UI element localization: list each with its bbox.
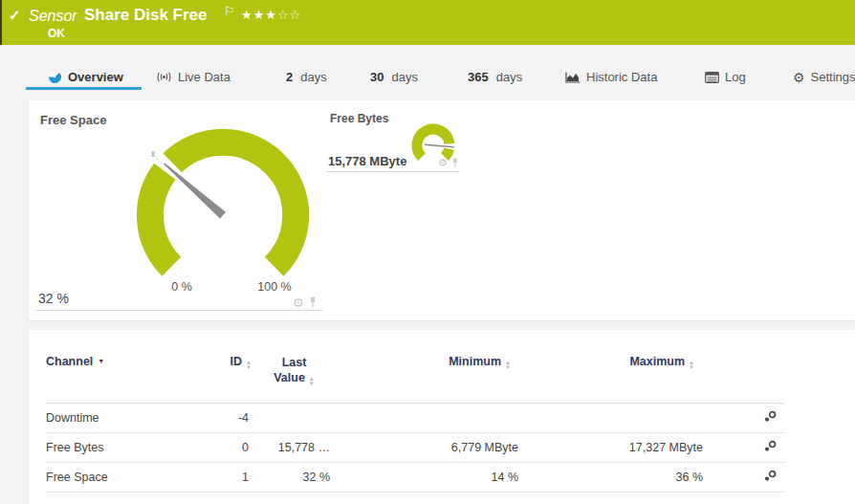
table-row-free-bytes[interactable]: Free Bytes 0 15,778 … 6,779 MByte 17,327… <box>46 432 784 462</box>
free-space-value: 32 % <box>38 291 69 306</box>
pin-icon[interactable] <box>450 158 459 168</box>
mini-gauge-needle <box>425 144 454 146</box>
channel-last-value: 32 % <box>253 462 335 492</box>
gauge-settings-gear-icon[interactable]: ⚙ <box>293 296 304 309</box>
tab-log[interactable]: Log <box>705 70 746 84</box>
tab-log-label: Log <box>725 70 746 84</box>
channel-minimum: 6,779 MByte <box>335 432 524 462</box>
channel-maximum: 17,327 MByte <box>524 432 708 462</box>
tab-30-days[interactable]: 30 days <box>370 70 418 84</box>
channel-minimum: 14 % <box>335 462 524 492</box>
channel-minimum <box>335 403 524 432</box>
sort-desc-icon: ▼ <box>98 358 104 364</box>
channel-last-value: 15,778 … <box>253 432 335 462</box>
column-header-id[interactable]: ID▲▼ <box>182 355 253 403</box>
tab-overview-label: Overview <box>68 70 123 84</box>
channel-id: 0 <box>182 432 253 462</box>
channel-maximum: 36 % <box>524 462 708 492</box>
sensor-title: Share Disk Free <box>84 6 208 25</box>
channel-table: Channel▼ ID▲▼ Last Value▲▼ Minimum▲▼ Max… <box>46 355 784 493</box>
channel-table-panel: Channel▼ ID▲▼ Last Value▲▼ Minimum▲▼ Max… <box>29 330 855 504</box>
channel-settings-icon[interactable] <box>764 470 777 482</box>
broadcast-icon <box>156 71 172 83</box>
priority-stars[interactable]: ★★★☆☆ <box>241 8 301 22</box>
average-marker: x̄ <box>151 149 156 159</box>
prtg-sensor-screen: ✓ Sensor Share Disk Free ⚐ ★★★☆☆ OK Over… <box>0 0 855 504</box>
free-space-gauge-tools: ⚙ <box>293 296 318 309</box>
overview-gauges-panel: Free Space x̄ 0 % 100 % 32 % ⚙ Free Byte… <box>29 100 855 320</box>
gauge-min-label: 0 % <box>161 280 203 294</box>
sort-icon: ▲▼ <box>309 377 315 385</box>
mini-gauge-cell-divider <box>326 171 459 172</box>
status-ok-check-icon: ✓ <box>9 7 21 24</box>
sort-icon: ▲▼ <box>246 361 252 369</box>
channel-settings-icon[interactable] <box>764 410 777 423</box>
column-header-channel-label: Channel <box>46 355 93 368</box>
free-space-gauge: x̄ <box>134 121 316 282</box>
tab-365-days-number: 365 <box>468 70 489 84</box>
gauge-arc-left <box>150 171 171 266</box>
sort-icon: ▲▼ <box>689 361 694 369</box>
tab-live-data-label: Live Data <box>178 70 230 84</box>
gauge-arc-right <box>172 142 296 267</box>
tab-30-days-label: days <box>391 70 417 84</box>
average-marker-line <box>157 159 164 164</box>
sensor-status-header: ✓ Sensor Share Disk Free ⚐ ★★★☆☆ OK <box>0 0 855 45</box>
log-list-icon <box>705 72 719 83</box>
flag-icon[interactable]: ⚐ <box>224 4 235 18</box>
channel-id: 1 <box>182 462 253 492</box>
tab-historic-data-label: Historic Data <box>586 70 657 84</box>
table-row-downtime[interactable]: Downtime -4 <box>46 403 784 432</box>
column-header-maximum-label: Maximum <box>629 355 685 368</box>
gauge-icon <box>48 70 62 84</box>
column-header-minimum[interactable]: Minimum▲▼ <box>335 355 524 403</box>
tab-settings-label: Settings <box>811 70 855 84</box>
channel-id: -4 <box>182 403 253 432</box>
tab-bar: Overview Live Data 2 days 30 days 365 da… <box>0 45 855 91</box>
gauge-cell-divider <box>35 310 322 311</box>
table-header-row: Channel▼ ID▲▼ Last Value▲▼ Minimum▲▼ Max… <box>46 355 784 403</box>
free-space-gauge-title: Free Space <box>40 113 106 127</box>
free-bytes-gauge-title: Free Bytes <box>330 112 388 125</box>
column-header-channel[interactable]: Channel▼ <box>46 355 182 403</box>
tab-30-days-number: 30 <box>370 70 384 84</box>
tab-live-data[interactable]: Live Data <box>156 70 230 84</box>
tab-2-days-label: days <box>300 70 326 84</box>
column-header-actions <box>708 355 784 403</box>
channel-name: Downtime <box>46 403 182 432</box>
tab-365-days-label: days <box>496 70 522 84</box>
sensor-status-text: OK <box>48 27 65 40</box>
free-bytes-gauge-tools: ⚙ <box>438 158 459 168</box>
column-header-maximum[interactable]: Maximum▲▼ <box>524 355 708 403</box>
sort-icon: ▲▼ <box>505 361 511 369</box>
tab-2-days[interactable]: 2 days <box>286 70 327 84</box>
column-header-value-label: Value <box>274 371 305 384</box>
area-chart-icon <box>565 71 581 83</box>
channel-name: Free Space <box>46 462 182 492</box>
tab-settings[interactable]: ⚙ Settings <box>793 70 855 84</box>
gauge-needle <box>164 163 226 218</box>
channel-settings-icon[interactable] <box>764 440 777 452</box>
free-bytes-value: 15,778 MByte <box>328 154 406 168</box>
mini-gauge-arc-end <box>445 149 449 157</box>
column-header-id-label: ID <box>230 355 243 368</box>
table-row-free-space[interactable]: Free Space 1 32 % 14 % 36 % <box>46 462 784 492</box>
gear-icon: ⚙ <box>793 71 805 84</box>
channel-last-value <box>253 403 335 432</box>
column-header-last-value[interactable]: Last Value▲▼ <box>253 355 335 403</box>
gauge-max-label: 100 % <box>251 280 298 294</box>
pin-icon[interactable] <box>308 296 318 309</box>
gauge-settings-gear-icon[interactable]: ⚙ <box>438 158 448 168</box>
tab-historic-data[interactable]: Historic Data <box>565 70 657 84</box>
channel-maximum <box>524 403 708 432</box>
tab-2-days-number: 2 <box>286 70 293 84</box>
channel-name: Free Bytes <box>46 432 182 462</box>
column-header-minimum-label: Minimum <box>449 355 501 368</box>
active-tab-underline <box>26 87 142 90</box>
window-edge <box>0 0 2 45</box>
tab-overview[interactable]: Overview <box>48 70 123 84</box>
sensor-type-label: Sensor <box>29 8 77 25</box>
tab-365-days[interactable]: 365 days <box>468 70 522 84</box>
column-header-last-label: Last <box>282 356 307 369</box>
